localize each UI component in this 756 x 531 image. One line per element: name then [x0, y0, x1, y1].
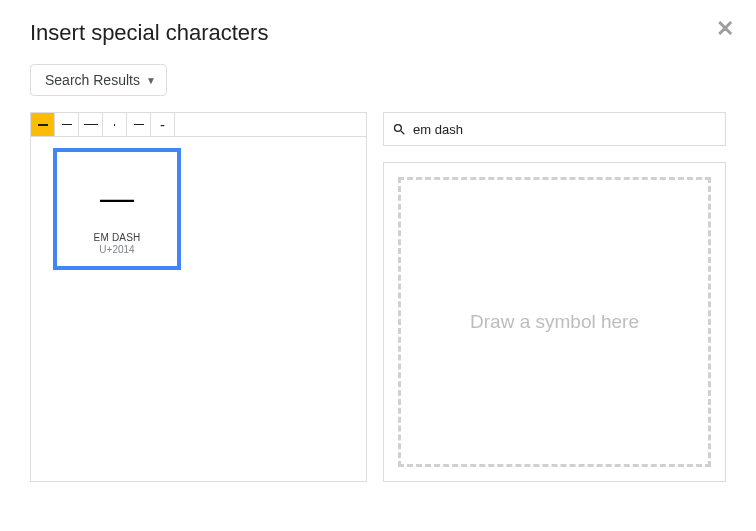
char-tab-1[interactable]	[55, 113, 79, 136]
char-tab-5[interactable]: -	[151, 113, 175, 136]
close-button[interactable]: ✕	[716, 18, 734, 40]
dash-icon	[62, 124, 72, 125]
char-tab-3[interactable]	[103, 113, 127, 136]
character-preview[interactable]: — EM DASH U+2014	[53, 148, 181, 270]
emdash-icon	[38, 124, 48, 126]
dash-icon	[84, 124, 98, 125]
insert-special-characters-dialog: ✕ Insert special characters Search Resul…	[0, 0, 756, 502]
draw-area-container: Draw a symbol here	[383, 162, 726, 482]
preview-glyph: —	[100, 180, 134, 214]
close-icon: ✕	[716, 16, 734, 41]
search-panel: Draw a symbol here	[383, 112, 726, 482]
dialog-title: Insert special characters	[30, 20, 726, 46]
search-box	[383, 112, 726, 146]
preview-name: EM DASH	[94, 232, 141, 243]
search-input[interactable]	[413, 122, 717, 137]
draw-placeholder: Draw a symbol here	[470, 311, 639, 333]
panels: - — EM DASH U+2014 Draw a symbol here	[30, 112, 726, 482]
character-tabs: -	[31, 113, 366, 137]
category-dropdown[interactable]: Search Results ▼	[30, 64, 167, 96]
dash-icon	[114, 124, 115, 126]
search-icon	[392, 122, 407, 137]
results-panel: - — EM DASH U+2014	[30, 112, 367, 482]
draw-canvas[interactable]: Draw a symbol here	[398, 177, 711, 467]
dropdown-label: Search Results	[45, 72, 140, 88]
hyphen-icon: -	[160, 116, 165, 133]
char-tab-0[interactable]	[31, 113, 55, 136]
chevron-down-icon: ▼	[146, 75, 156, 86]
dash-icon	[134, 124, 144, 125]
char-tab-2[interactable]	[79, 113, 103, 136]
char-tab-4[interactable]	[127, 113, 151, 136]
preview-code: U+2014	[99, 244, 134, 255]
